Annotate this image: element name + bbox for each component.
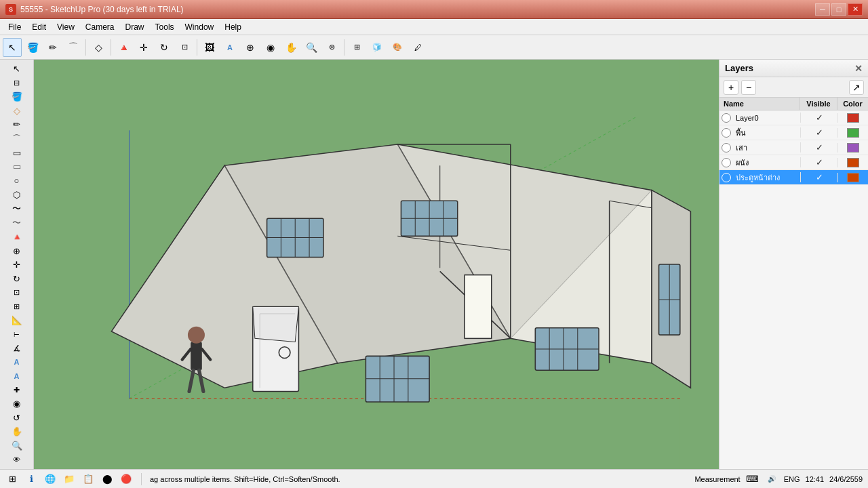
select-tool[interactable]: ↖: [3, 38, 22, 57]
layer-visible-4[interactable]: ✓: [800, 172, 837, 182]
left-freehand[interactable]: 〜: [2, 202, 32, 216]
add-layer-button[interactable]: +: [724, 80, 738, 95]
layer-row-4[interactable]: ประตูหน้าต่าง✓: [719, 170, 868, 185]
menu-tools[interactable]: Tools: [150, 21, 180, 33]
left-scale[interactable]: ⊡: [2, 286, 32, 300]
menu-edit[interactable]: Edit: [26, 21, 52, 33]
minimize-button[interactable]: ─: [815, 3, 830, 16]
section-plane[interactable]: ◉: [261, 38, 280, 57]
left-freehand2[interactable]: 〜: [2, 216, 32, 230]
windows-button[interactable]: ⊞: [5, 472, 19, 486]
left-zoom[interactable]: 🔍: [2, 439, 32, 453]
left-eraser[interactable]: ◇: [2, 104, 32, 118]
layer-color-4[interactable]: [837, 173, 868, 182]
left-rect[interactable]: ▭: [2, 146, 32, 160]
layer-radio-3[interactable]: [722, 158, 731, 167]
layer-color-1[interactable]: [837, 128, 868, 138]
canvas-area[interactable]: [34, 60, 719, 469]
layer-name-2: เสา: [733, 140, 800, 155]
layer-color-2[interactable]: [837, 143, 868, 152]
left-rotate[interactable]: ↻: [2, 272, 32, 285]
ie-icon[interactable]: 🌐: [43, 472, 57, 486]
folder-icon[interactable]: 📁: [62, 472, 76, 486]
chrome-icon[interactable]: ⬤: [100, 472, 114, 486]
sketchup-icon[interactable]: 🔴: [119, 472, 133, 486]
left-paint[interactable]: 🪣: [2, 90, 32, 104]
left-section[interactable]: ◉: [2, 397, 32, 411]
export-layers-button[interactable]: ↗: [849, 80, 864, 95]
status-bar: ⊞ ℹ 🌐 📁 📋 ⬤ 🔴 ag across multiple items. …: [0, 469, 868, 488]
title-bar-controls: ─ □ ✕: [815, 3, 863, 16]
left-follow[interactable]: ⊕: [2, 244, 32, 258]
restore-button[interactable]: □: [831, 3, 846, 16]
left-rect2[interactable]: ▭: [2, 160, 32, 174]
menu-file[interactable]: File: [3, 21, 26, 33]
left-pencil[interactable]: ✏: [2, 118, 32, 131]
move-tool[interactable]: ✛: [134, 38, 153, 57]
remove-layer-button[interactable]: −: [741, 80, 756, 95]
layer-row-1[interactable]: พื้น✓: [719, 125, 868, 140]
standard-views[interactable]: ⊞: [347, 38, 366, 57]
left-arc[interactable]: ⌒: [2, 132, 32, 146]
layer-row-0[interactable]: Layer0✓: [719, 110, 868, 125]
layer-visible-1[interactable]: ✓: [800, 127, 837, 138]
notepad-icon[interactable]: 📋: [81, 472, 95, 486]
layer-visible-2[interactable]: ✓: [800, 142, 837, 152]
menu-camera[interactable]: Camera: [80, 21, 120, 33]
materials[interactable]: 🎨: [388, 38, 407, 57]
menu-view[interactable]: View: [52, 21, 80, 33]
left-protractor[interactable]: ∡: [2, 342, 32, 355]
left-dim[interactable]: ⊢: [2, 328, 32, 342]
layer-visible-3[interactable]: ✓: [800, 157, 837, 167]
left-offset[interactable]: ⊞: [2, 300, 32, 313]
zoom-tool[interactable]: 🔍: [302, 38, 321, 57]
layer-row-2[interactable]: เสา✓: [719, 140, 868, 155]
menu-window[interactable]: Window: [180, 21, 220, 33]
left-circle[interactable]: ○: [2, 174, 32, 188]
camera-orbit[interactable]: 🖼: [200, 38, 219, 57]
text-tool[interactable]: A: [220, 38, 239, 57]
pencil-tool[interactable]: ✏: [43, 38, 62, 57]
pan-tool[interactable]: ✋: [281, 38, 300, 57]
layer-radio-2[interactable]: [722, 143, 731, 152]
menu-draw[interactable]: Draw: [120, 21, 150, 33]
layers-close-button[interactable]: ✕: [854, 63, 863, 74]
layer-visible-0[interactable]: ✓: [800, 113, 837, 123]
zoom-extents[interactable]: ⊛: [322, 38, 341, 57]
left-polygon[interactable]: ⬡: [2, 188, 32, 201]
left-axes[interactable]: ✚: [2, 384, 32, 397]
push-pull-tool[interactable]: 🔺: [114, 38, 133, 57]
left-text[interactable]: A: [2, 356, 32, 369]
scale-tool[interactable]: ⊡: [175, 38, 194, 57]
layer-radio-0[interactable]: [722, 113, 731, 123]
layer-radio-1[interactable]: [722, 128, 731, 138]
layer-row-3[interactable]: ผนัง✓: [719, 155, 868, 170]
info-icon[interactable]: ℹ: [24, 472, 38, 486]
keyboard-icon[interactable]: ⌨: [746, 472, 760, 486]
left-orbit[interactable]: ↺: [2, 411, 32, 425]
eraser-tool[interactable]: ◇: [89, 38, 108, 57]
rotate-tool[interactable]: ↻: [155, 38, 174, 57]
left-toolbar: ↖ ⊟ 🪣 ◇ ✏ ⌒ ▭ ▭ ○ ⬡ 〜 〜 🔺 ⊕ ✛ ↻ ⊡ ⊞ 📐 ⊢ …: [0, 60, 34, 469]
left-select[interactable]: ↖: [2, 62, 32, 76]
components[interactable]: 🧊: [368, 38, 387, 57]
left-walkthrough[interactable]: 👁: [2, 453, 32, 466]
paint-bucket-tool[interactable]: 🪣: [23, 38, 42, 57]
menu-help[interactable]: Help: [219, 21, 247, 33]
tape-measure-tool[interactable]: ⊕: [241, 38, 260, 57]
vol-icon[interactable]: 🔊: [765, 472, 778, 486]
layer-radio-4[interactable]: [722, 173, 731, 182]
left-tape[interactable]: 📐: [2, 314, 32, 327]
left-component[interactable]: ⊟: [2, 77, 32, 90]
left-pushpull[interactable]: 🔺: [2, 230, 32, 244]
left-move[interactable]: ✛: [2, 258, 32, 272]
layer-color-3[interactable]: [837, 158, 868, 167]
arc-tool[interactable]: ⌒: [64, 38, 83, 57]
close-button[interactable]: ✕: [848, 3, 863, 16]
styles[interactable]: 🖊: [408, 38, 427, 57]
svg-marker-40: [253, 306, 299, 342]
status-message: ag across multiple items. Shift=Hide, Ct…: [150, 475, 340, 483]
left-pan[interactable]: ✋: [2, 425, 32, 439]
left-3dtext[interactable]: A: [2, 369, 32, 383]
layer-color-0[interactable]: [837, 113, 868, 123]
